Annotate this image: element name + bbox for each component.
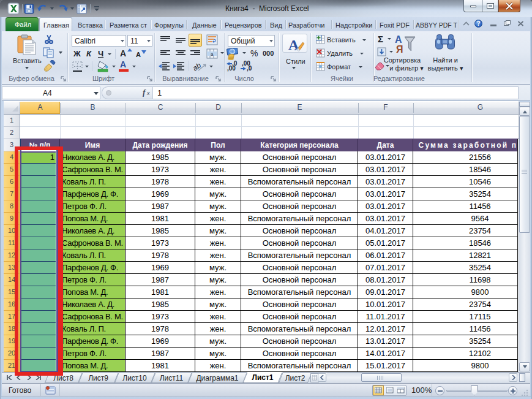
svg-text:А: А [395, 34, 402, 45]
svg-text:Я: Я [396, 44, 403, 55]
svg-text:a: a [211, 51, 214, 57]
svg-text:ab: ab [193, 61, 203, 72]
